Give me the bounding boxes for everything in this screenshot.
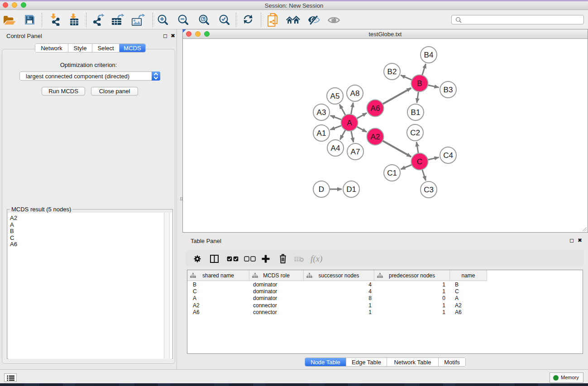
svg-text:A4: A4 bbox=[331, 144, 340, 152]
svg-text:A7: A7 bbox=[351, 148, 360, 156]
svg-text:C4: C4 bbox=[443, 151, 453, 160]
svg-text:C: C bbox=[417, 157, 422, 166]
svg-text:A5: A5 bbox=[330, 92, 340, 100]
svg-text:B3: B3 bbox=[444, 86, 453, 94]
svg-text:B2: B2 bbox=[387, 67, 397, 76]
svg-text:B4: B4 bbox=[424, 51, 434, 59]
svg-text:A: A bbox=[347, 119, 352, 127]
svg-text:A1: A1 bbox=[317, 129, 326, 138]
svg-text:C3: C3 bbox=[424, 186, 434, 194]
svg-text:A8: A8 bbox=[350, 89, 360, 98]
svg-text:D: D bbox=[319, 185, 324, 194]
svg-text:A3: A3 bbox=[317, 108, 326, 117]
svg-text:D1: D1 bbox=[346, 185, 356, 194]
svg-text:C1: C1 bbox=[387, 169, 397, 177]
svg-text:A2: A2 bbox=[371, 133, 380, 141]
svg-text:B: B bbox=[417, 79, 422, 88]
svg-text:B1: B1 bbox=[411, 108, 421, 117]
svg-text:C2: C2 bbox=[410, 129, 420, 137]
svg-text:A6: A6 bbox=[371, 104, 380, 113]
